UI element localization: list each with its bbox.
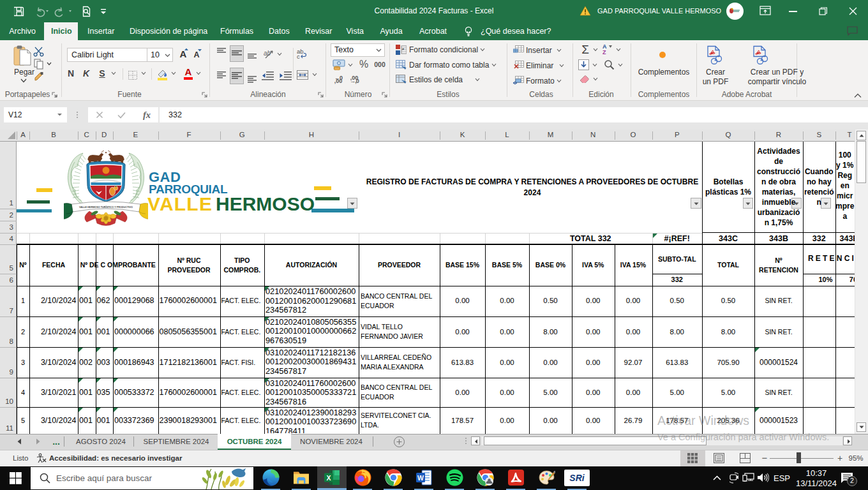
svg-text:VALLE HERMOSO TURÍSTICO Y PROD: VALLE HERMOSO TURÍSTICO Y PRODUCTIVO xyxy=(79,205,133,209)
svg-text:W: W xyxy=(417,474,424,482)
svg-text:X: X xyxy=(326,474,331,482)
